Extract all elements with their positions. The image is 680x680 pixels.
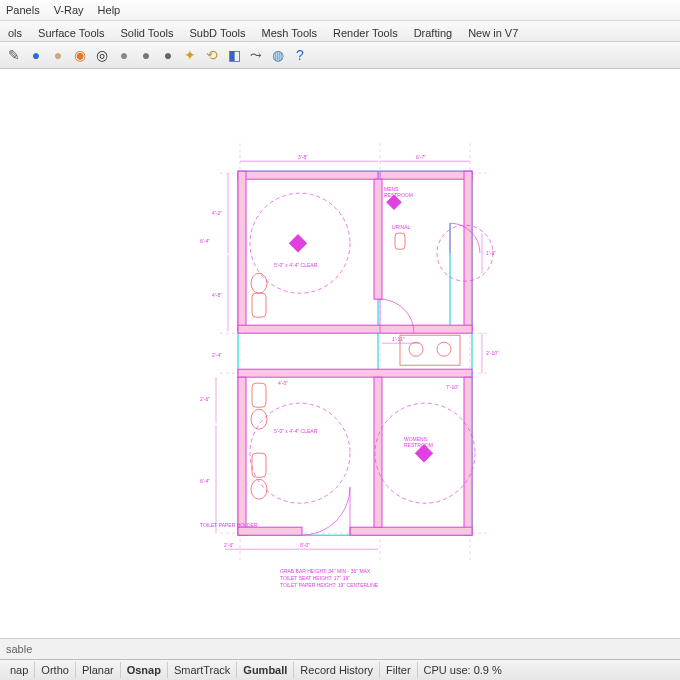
svg-point-32 [251,273,267,293]
sphere-grey1-icon[interactable]: ● [114,45,134,65]
label-clear2: 5'-0" x 4'-4" CLEAR [274,428,318,434]
svg-rect-12 [238,171,378,179]
label-clear1: 5'-0" x 4'-4" CLEAR [274,262,318,268]
dim-bot1: 8'-0" [300,542,310,548]
svg-rect-21 [350,527,472,535]
svg-point-40 [437,342,451,356]
drawing-notes: GRAB BAR HEIGHT: 34" MIN - 36" MAXTOILET… [280,568,379,588]
svg-rect-13 [380,171,472,179]
status-filter[interactable]: Filter [380,662,417,678]
status-bar: napOrthoPlanarOsnapSmartTrackGumballReco… [0,659,680,680]
status-gumball[interactable]: Gumball [237,662,294,678]
connector-icon[interactable]: ⤳ [246,45,266,65]
svg-rect-19 [464,377,472,535]
dim-left3: 2'-6" [200,396,210,402]
dim-right1: 1'-6" [486,250,496,256]
status-prompt: sable [0,638,680,659]
svg-rect-15 [464,171,472,331]
menu-help[interactable]: Help [98,4,121,16]
dim-left4: 2'-4" [212,352,222,358]
dim-top1: 3'-8" [298,154,308,160]
tab-surface-tools[interactable]: Surface Tools [36,25,106,41]
status-cpu: CPU use: 0.9 % [418,662,508,678]
tab-drafting[interactable]: Drafting [412,25,455,41]
menu-panels[interactable]: Panels [6,4,40,16]
status-planar[interactable]: Planar [76,662,121,678]
status-record-history[interactable]: Record History [294,662,380,678]
status-smarttrack[interactable]: SmartTrack [168,662,237,678]
sphere-tan-icon[interactable]: ● [48,45,68,65]
tab-subd-tools[interactable]: SubD Tools [188,25,248,41]
svg-rect-14 [238,171,246,331]
svg-rect-33 [252,383,266,407]
tab-solid-tools[interactable]: Solid Tools [119,25,176,41]
dim-mid1: 1'-11" [392,336,405,342]
link-icon[interactable]: ⟲ [202,45,222,65]
toolbar: ✎●●◉◎●●●✦⟲◧⤳◍? [0,42,680,69]
menu-vray[interactable]: V-Ray [54,4,84,16]
tool-tabs: ols Surface Tools Solid Tools SubD Tools… [0,21,680,42]
tab-mesh-tools[interactable]: Mesh Tools [260,25,319,41]
dim-right2: 2'-10" [486,350,499,356]
colorwheel-icon[interactable]: ◉ [70,45,90,65]
svg-rect-18 [238,377,246,535]
dim-left1: 4'-2" [212,210,222,216]
status-ortho[interactable]: Ortho [35,662,76,678]
svg-rect-17 [238,369,472,377]
svg-rect-41 [290,234,307,251]
dim-left2: 4'-8" [212,292,222,298]
viewport[interactable]: MENSRESTROOM WOMENSRESTROOM 5'-0" x 4'-4… [0,69,680,638]
cube-icon[interactable]: ◧ [224,45,244,65]
dim-left5: 6'-4" [200,478,210,484]
label-toilet-paper: TOILET PAPER HOLDER [200,522,258,528]
menubar: Panels V-Ray Help [0,0,680,21]
label-womens: WOMENSRESTROOM [404,436,433,448]
dim-mid2: 4'-0" [278,380,288,386]
help-icon[interactable]: ? [290,45,310,65]
svg-point-39 [409,342,423,356]
svg-rect-7 [238,171,472,535]
sparkle-icon[interactable]: ✦ [180,45,200,65]
floorplan-drawing: MENSRESTROOM WOMENSRESTROOM 5'-0" x 4'-4… [170,133,510,593]
svg-rect-16 [238,325,472,333]
dropper-icon[interactable]: ✎ [4,45,24,65]
svg-rect-31 [252,293,266,317]
dim-right3: 7'-10" [446,384,459,390]
tab-tools[interactable]: ols [6,25,24,41]
label-mens: MENSRESTROOM [384,186,413,198]
svg-point-34 [251,409,267,429]
globe-icon[interactable]: ◍ [268,45,288,65]
status-nap[interactable]: nap [4,662,35,678]
status-osnap[interactable]: Osnap [121,662,168,678]
dim-bot2: 2'-6" [224,542,234,548]
bullseye-icon[interactable]: ◎ [92,45,112,65]
tab-render-tools[interactable]: Render Tools [331,25,400,41]
svg-rect-20 [238,527,302,535]
label-urinal: URINAL [392,224,411,230]
tab-new-in-v7[interactable]: New in V7 [466,25,520,41]
sphere-blue-icon[interactable]: ● [26,45,46,65]
dim-left6: 6'-4" [200,238,210,244]
sphere-grey2-icon[interactable]: ● [136,45,156,65]
sphere-shiny-icon[interactable]: ● [158,45,178,65]
svg-rect-22 [374,179,382,299]
svg-rect-37 [395,233,405,249]
dim-top2: 6'-7" [416,154,426,160]
svg-point-25 [250,403,350,503]
